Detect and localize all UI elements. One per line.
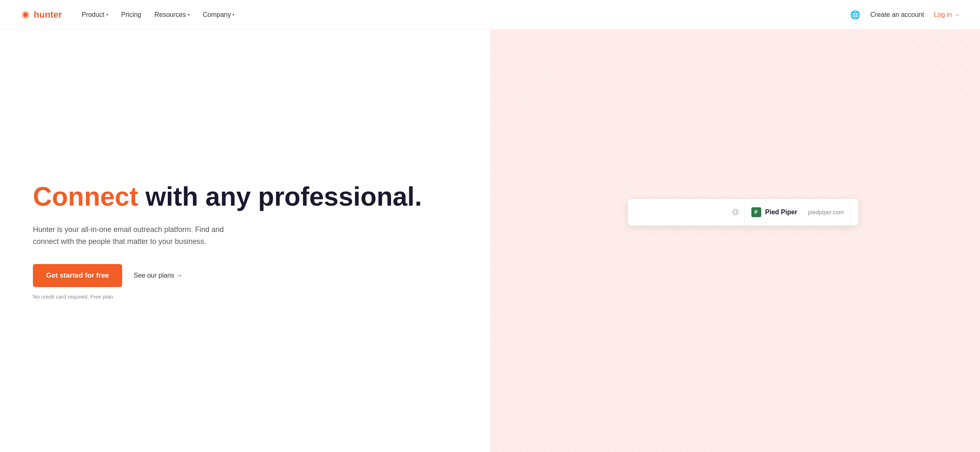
no-credit-text: No credit card required. Free plan. xyxy=(33,294,457,300)
nav-item-resources[interactable]: Resources ▾ xyxy=(155,11,190,19)
get-started-button[interactable]: Get started for free xyxy=(33,264,122,287)
globe-icon[interactable]: 🌐 xyxy=(850,10,860,20)
at-symbol: @ xyxy=(727,208,744,216)
hero-cta: Get started for free See our plans → xyxy=(33,264,457,287)
hero-section: Connect with any professional. Hunter is… xyxy=(0,30,980,452)
nav-links: Product ▾ Pricing Resources ▾ Company ▾ xyxy=(81,11,234,19)
headline-rest: with any professional. xyxy=(138,182,422,211)
name-input[interactable] xyxy=(628,199,727,225)
company-logo-icon: P xyxy=(751,207,761,217)
logo-icon xyxy=(20,9,31,21)
nav-link-resources[interactable]: Resources ▾ xyxy=(155,11,190,19)
nav-item-product[interactable]: Product ▾ xyxy=(81,11,108,19)
create-account-link[interactable]: Create an account xyxy=(870,11,924,19)
hero-headline: Connect with any professional. xyxy=(33,182,457,212)
chevron-down-icon: ▾ xyxy=(106,12,108,17)
logo-link[interactable]: hunter xyxy=(20,9,62,21)
logo-text: hunter xyxy=(34,9,62,20)
chevron-down-icon: ▾ xyxy=(232,12,234,17)
nav-link-product[interactable]: Product ▾ xyxy=(81,11,108,19)
find-button[interactable]: Find xyxy=(850,199,858,225)
headline-highlight: Connect xyxy=(33,182,138,211)
chevron-down-icon: ▾ xyxy=(188,12,190,17)
company-domain: piedpiper.com xyxy=(802,209,844,216)
login-link[interactable]: Log in → xyxy=(934,11,960,19)
navbar: hunter Product ▾ Pricing Resources ▾ Com… xyxy=(0,0,980,30)
company-name: Pied Piper xyxy=(765,209,797,216)
email-finder-widget: @ P Pied Piper piedpiper.com Find xyxy=(628,199,858,225)
nav-link-company[interactable]: Company ▾ xyxy=(203,11,234,19)
hero-right: @ P Pied Piper piedpiper.com Find xyxy=(490,30,980,452)
company-section: P Pied Piper piedpiper.com xyxy=(744,199,850,225)
nav-right: 🌐 Create an account Log in → xyxy=(850,10,960,20)
hero-left: Connect with any professional. Hunter is… xyxy=(0,30,490,452)
see-plans-link[interactable]: See our plans → xyxy=(134,272,183,279)
hero-subtitle: Hunter is your all-in-one email outreach… xyxy=(33,224,230,248)
nav-item-pricing[interactable]: Pricing xyxy=(121,11,141,19)
nav-item-company[interactable]: Company ▾ xyxy=(203,11,234,19)
nav-link-pricing[interactable]: Pricing xyxy=(121,11,141,19)
